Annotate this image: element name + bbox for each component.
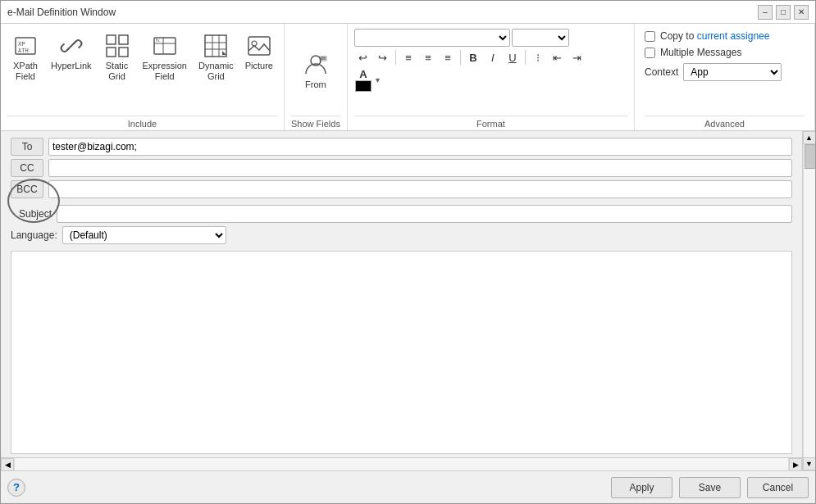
picture-label: Picture: [245, 61, 273, 71]
svg-rect-5: [119, 35, 128, 44]
undo-button[interactable]: ↩: [354, 48, 372, 66]
from-icon: [303, 52, 329, 78]
to-row: To: [11, 138, 792, 156]
include-section-label: Include: [7, 116, 277, 130]
email-form: To CC BCC: [1, 131, 802, 251]
color-a-label: A: [359, 68, 367, 80]
ribbon-tabs: XPATH XPathField HyperLink: [1, 24, 815, 130]
redo-button[interactable]: ↪: [374, 48, 392, 66]
help-button[interactable]: ?: [7, 479, 25, 497]
cc-bcc-container: CC BCC: [11, 159, 792, 198]
static-grid-icon: [104, 33, 130, 59]
expression-field-icon: fx: [152, 33, 178, 59]
picture-icon: [246, 33, 272, 59]
font-dropdown[interactable]: [354, 29, 510, 47]
ribbon-include-section: XPATH XPathField HyperLink: [1, 24, 285, 130]
italic-button[interactable]: I: [484, 48, 502, 66]
bullets-button[interactable]: ⁝: [529, 48, 547, 66]
vscroll-down-arrow[interactable]: ▼: [803, 457, 816, 470]
svg-text:fx: fx: [156, 38, 160, 43]
svg-rect-4: [107, 35, 116, 44]
from-label: From: [305, 79, 326, 90]
ribbon-item-from[interactable]: From: [298, 49, 334, 93]
subject-row: Subject: [11, 205, 792, 223]
footer-left: ?: [7, 479, 25, 497]
hscroll-left-arrow[interactable]: ◀: [1, 458, 14, 471]
subject-input[interactable]: [57, 205, 792, 223]
align-right-button[interactable]: ≡: [439, 48, 457, 66]
to-input[interactable]: [48, 138, 792, 156]
format-rows: ↩ ↪ ≡ ≡ ≡ B I U ⁝ ⇤ ⇥: [354, 27, 627, 92]
subject-label: Subject: [11, 208, 52, 220]
xpath-field-icon: XPATH: [12, 33, 39, 59]
hscroll-track: [14, 458, 789, 470]
color-picker[interactable]: A ▼: [354, 68, 381, 92]
ribbon-item-expression-field[interactable]: fx ExpressionField: [139, 30, 191, 84]
horizontal-scrollbar: ◀ ▶: [1, 457, 802, 470]
from-icon-area: From: [298, 27, 334, 116]
ribbon-show-fields-section: From Show Fields: [285, 24, 348, 130]
align-left-button[interactable]: ≡: [399, 48, 417, 66]
svg-line-3: [67, 42, 75, 50]
hscroll-right-arrow[interactable]: ▶: [789, 458, 802, 471]
window-controls: – □ ✕: [758, 5, 809, 20]
underline-button[interactable]: U: [504, 48, 522, 66]
svg-text:ATH: ATH: [18, 48, 29, 54]
color-dropdown-arrow[interactable]: ▼: [374, 76, 381, 84]
copy-assignee-row: Copy to current assignee: [645, 30, 805, 42]
cc-row: CC: [11, 159, 792, 177]
ribbon-include-items: XPATH XPathField HyperLink: [7, 27, 277, 116]
separator-1: [395, 50, 396, 65]
to-button[interactable]: To: [11, 138, 43, 156]
window-title: e-Mail Definition Window: [7, 7, 116, 18]
svg-rect-18: [248, 37, 270, 55]
separator-3: [525, 50, 526, 65]
dynamic-grid-icon: [203, 33, 229, 59]
language-label: Language:: [11, 229, 57, 241]
format-row-1: [354, 29, 627, 47]
bcc-input[interactable]: [48, 180, 792, 198]
content-area: To CC BCC: [1, 131, 815, 470]
vscroll-up-arrow[interactable]: ▲: [803, 131, 816, 144]
svg-rect-7: [119, 48, 128, 57]
maximize-button[interactable]: □: [776, 5, 791, 20]
close-button[interactable]: ✕: [794, 5, 809, 20]
footer: ? Apply Save Cancel: [1, 470, 815, 503]
cc-button[interactable]: CC: [11, 159, 43, 177]
cc-input[interactable]: [48, 159, 792, 177]
minimize-button[interactable]: –: [758, 5, 773, 20]
copy-assignee-checkbox[interactable]: [645, 31, 655, 42]
ribbon-item-static-grid[interactable]: StaticGrid: [99, 30, 135, 84]
apply-button[interactable]: Apply: [611, 477, 672, 498]
ribbon-item-dynamic-grid[interactable]: DynamicGrid: [194, 30, 238, 84]
advanced-section-label: Advanced: [645, 116, 805, 130]
bold-button[interactable]: B: [464, 48, 482, 66]
ribbon-item-hyperlink[interactable]: HyperLink: [47, 30, 96, 74]
color-block: [355, 80, 372, 92]
email-body-area[interactable]: [11, 251, 792, 454]
language-dropdown[interactable]: (Default) English Spanish French: [62, 226, 226, 244]
hyperlink-icon: [58, 33, 84, 59]
content-main: To CC BCC: [1, 131, 802, 470]
indent-right-button[interactable]: ⇥: [568, 48, 586, 66]
vscroll-thumb[interactable]: [805, 144, 816, 169]
save-button[interactable]: Save: [679, 477, 741, 498]
vscroll-track: [803, 144, 816, 457]
cancel-button[interactable]: Cancel: [747, 477, 809, 498]
font-size-dropdown[interactable]: [512, 29, 569, 47]
ribbon-item-xpath-field[interactable]: XPATH XPathField: [7, 30, 43, 84]
svg-rect-6: [107, 48, 116, 57]
context-dropdown[interactable]: App Process Task: [683, 63, 782, 81]
multiple-messages-checkbox[interactable]: [645, 48, 655, 58]
dynamic-grid-label: DynamicGrid: [198, 61, 234, 82]
context-row: Context App Process Task: [645, 63, 805, 81]
static-grid-label: StaticGrid: [106, 61, 129, 82]
expression-field-label: ExpressionField: [143, 61, 187, 82]
align-center-button[interactable]: ≡: [419, 48, 437, 66]
footer-right: Apply Save Cancel: [611, 477, 809, 498]
title-bar: e-Mail Definition Window – □ ✕: [1, 1, 815, 24]
indent-left-button[interactable]: ⇤: [549, 48, 567, 66]
copy-assignee-label: Copy to current assignee: [660, 30, 769, 42]
bcc-button[interactable]: BCC: [11, 180, 43, 198]
ribbon-item-picture[interactable]: Picture: [241, 30, 277, 74]
